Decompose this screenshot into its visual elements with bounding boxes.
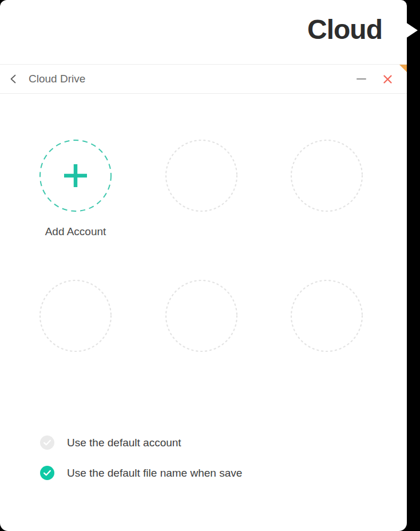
page-title: Cloud bbox=[307, 16, 382, 43]
account-placeholder-slot bbox=[164, 138, 239, 213]
back-button[interactable] bbox=[5, 70, 22, 88]
option-use-default-file-name[interactable]: Use the default file name when save bbox=[40, 465, 242, 480]
option-label: Use the default account bbox=[67, 435, 181, 450]
plus-icon bbox=[64, 164, 87, 187]
option-label: Use the default file name when save bbox=[67, 466, 242, 480]
check-circle-icon bbox=[40, 466, 54, 480]
minus-icon bbox=[356, 78, 366, 80]
dialog-title: Cloud Drive bbox=[29, 65, 85, 93]
tooltip-arrow-icon bbox=[406, 22, 418, 38]
account-placeholder-slot bbox=[164, 279, 239, 353]
account-placeholder-slot bbox=[290, 279, 364, 353]
folded-corner-icon bbox=[399, 65, 407, 72]
add-account-button[interactable] bbox=[38, 138, 113, 213]
close-button[interactable] bbox=[379, 70, 396, 88]
add-account-label: Add Account bbox=[38, 225, 113, 238]
account-placeholder-slot bbox=[290, 138, 364, 213]
option-use-default-account[interactable]: Use the default account bbox=[40, 435, 181, 450]
check-circle-icon bbox=[40, 435, 54, 450]
close-icon bbox=[382, 74, 393, 85]
dialog-titlebar: Cloud Drive bbox=[0, 64, 407, 94]
account-placeholder-slot bbox=[38, 279, 113, 353]
chevron-left-icon bbox=[7, 73, 20, 85]
minimize-button[interactable] bbox=[352, 70, 370, 88]
cloud-panel: Cloud Cloud Drive Add Account bbox=[0, 0, 407, 531]
